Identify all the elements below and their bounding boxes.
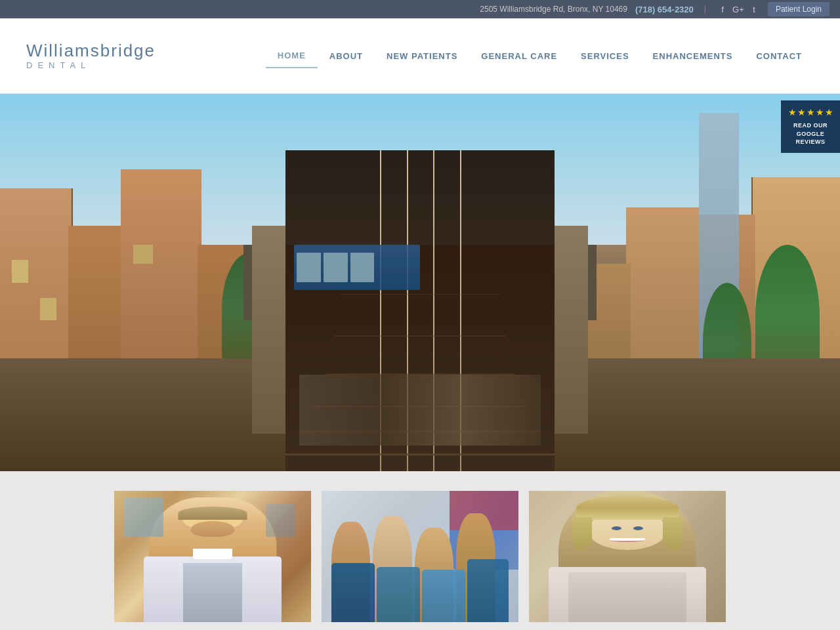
reviews-label: READ OUR GOOGLE REVIEWS <box>786 121 835 146</box>
patient-login-button[interactable]: Patient Login <box>768 2 830 16</box>
phone-number[interactable]: (718) 654-2320 <box>635 5 694 14</box>
nav-contact[interactable]: CONTACT <box>744 45 814 68</box>
address: 2505 Williamsbridge Rd, Bronx, NY 10469 <box>480 5 627 14</box>
google-reviews-badge[interactable]: ★ ★ ★ ★ ★ READ OUR GOOGLE REVIEWS <box>781 100 840 153</box>
main-nav: HOME ABOUT NEW PATIENTS GENERAL CARE SER… <box>266 44 814 68</box>
patient-card[interactable] <box>529 491 726 622</box>
train <box>294 245 420 290</box>
logo[interactable]: Williamsbridge DENTAL <box>26 42 158 70</box>
doctor-card[interactable] <box>114 491 311 622</box>
top-bar: 2505 Williamsbridge Rd, Bronx, NY 10469 … <box>0 0 840 18</box>
logo-name: Williamsbridge <box>26 42 156 59</box>
bottom-section <box>0 622 840 630</box>
nav-new-patients[interactable]: NEW PATIENTS <box>375 45 469 68</box>
social-icons: f G+ t <box>717 3 760 15</box>
twitter-icon[interactable]: t <box>748 3 760 15</box>
header: Williamsbridge DENTAL HOME ABOUT NEW PAT… <box>0 18 840 94</box>
nav-services[interactable]: SERVICES <box>569 45 641 68</box>
nav-enhancements[interactable]: ENHANCEMENTS <box>641 45 745 68</box>
google-plus-icon[interactable]: G+ <box>732 3 744 15</box>
facebook-icon[interactable]: f <box>717 3 728 15</box>
divider: | <box>704 5 706 14</box>
team-card[interactable] <box>322 491 518 622</box>
hero-section: ★ ★ ★ ★ ★ READ OUR GOOGLE REVIEWS <box>0 94 840 471</box>
nav-general-care[interactable]: GENERAL CARE <box>469 45 569 68</box>
tracks-area <box>285 150 555 471</box>
hero-image <box>0 94 840 471</box>
nav-home[interactable]: HOME <box>266 44 318 68</box>
star-rating: ★ ★ ★ ★ ★ <box>786 107 835 117</box>
photo-cards-section <box>0 471 840 622</box>
logo-tagline: DENTAL <box>26 60 91 70</box>
nav-about[interactable]: ABOUT <box>318 45 375 68</box>
